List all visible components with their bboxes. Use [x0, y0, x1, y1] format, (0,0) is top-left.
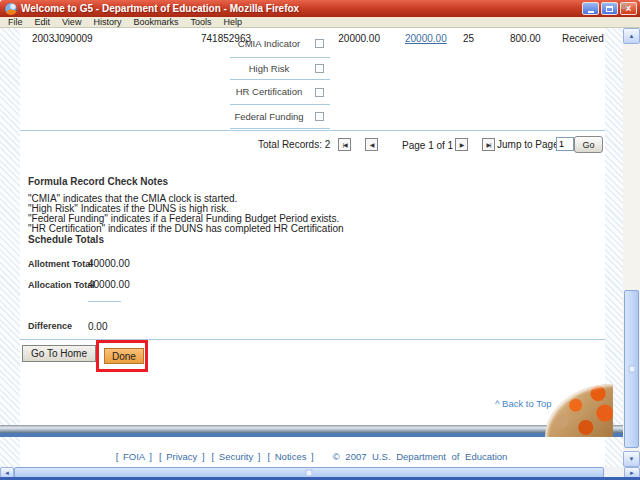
go-to-home-button[interactable]: Go To Home	[22, 345, 96, 362]
done-button[interactable]: Done	[104, 348, 144, 364]
window-controls: ×	[582, 2, 637, 15]
minimize-button[interactable]	[582, 2, 599, 15]
go-button[interactable]: Go	[574, 136, 603, 153]
allocation-total-value: 40000.00	[88, 279, 130, 290]
first-page-button[interactable]: |◀	[338, 138, 351, 151]
annotation-highlight-box: Done	[96, 340, 148, 372]
blue-divider-line	[0, 433, 623, 437]
footer: [ FOIA ] [ Privacy ] [ Security ] [ Noti…	[0, 451, 623, 462]
amount-value: 800.00	[510, 33, 541, 44]
award-number: 2003J090009	[32, 33, 93, 44]
footer-link-privacy[interactable]: [ Privacy ]	[159, 451, 205, 462]
firefox-icon	[5, 3, 17, 15]
title-bar: Welcome to G5 - Department of Education …	[0, 0, 640, 17]
footer-link-security[interactable]: [ Security ]	[212, 451, 261, 462]
cmia-indicator-checkbox[interactable]	[315, 39, 324, 48]
back-to-top-link[interactable]: ^ Back to Top	[495, 398, 552, 409]
menu-history[interactable]: History	[87, 17, 127, 27]
menu-file[interactable]: File	[2, 17, 29, 27]
allocation-total-label: Allocation Total	[28, 280, 95, 290]
menu-bookmarks[interactable]: Bookmarks	[127, 17, 184, 27]
thumb-grip	[306, 469, 313, 476]
maximize-button[interactable]	[601, 2, 618, 15]
difference-label: Difference	[28, 321, 72, 331]
indicator-row-high-risk: High Risk	[230, 58, 330, 80]
menu-help[interactable]: Help	[217, 17, 248, 27]
maximize-icon	[606, 6, 613, 12]
footer-link-foia[interactable]: [ FOIA ]	[116, 451, 152, 462]
jump-to-page-label: Jump to Page	[497, 139, 559, 150]
metal-divider-bar	[0, 425, 623, 433]
menu-bar: File Edit View History Bookmarks Tools H…	[0, 17, 640, 28]
allotment-total-value: 40000.00	[88, 258, 130, 269]
totals-heading: Schedule Totals	[28, 234, 104, 245]
status-value: Received	[562, 33, 604, 44]
indicator-column: CMIA Indicator High Risk HR Certificatio…	[230, 30, 330, 129]
allotment-value: 20000.00	[330, 33, 380, 44]
menu-view[interactable]: View	[56, 17, 87, 27]
previous-page-button[interactable]: ◀	[365, 138, 378, 151]
high-risk-checkbox[interactable]	[315, 64, 324, 73]
count-value: 25	[463, 33, 474, 44]
menu-tools[interactable]: Tools	[184, 17, 217, 27]
hr-certification-label: HR Certification	[230, 87, 308, 97]
window-title: Welcome to G5 - Department of Education …	[21, 3, 299, 14]
left-margin-decoration	[0, 28, 20, 467]
menu-edit[interactable]: Edit	[29, 17, 57, 27]
federal-funding-label: Federal Funding	[230, 112, 308, 122]
activity-gear-icon: ⚙	[620, 1, 628, 11]
scroll-down-button[interactable]: ▼	[623, 451, 640, 467]
high-risk-label: High Risk	[230, 64, 308, 74]
footer-link-notices[interactable]: [ Notices ]	[267, 451, 313, 462]
cmia-indicator-label: CMIA Indicator	[230, 39, 308, 49]
classroom-chairs-image	[545, 384, 613, 437]
notes-heading: Formula Record Check Notes	[28, 176, 168, 187]
totals-sum-line	[88, 301, 121, 302]
note-line-hr-certification: "HR Certification" indicates if the DUNS…	[28, 223, 344, 234]
hr-certification-checkbox[interactable]	[315, 88, 324, 97]
scroll-up-button[interactable]: ▲	[623, 28, 640, 44]
copyright-text: © 2007 U.S. Department of Education	[333, 451, 508, 462]
federal-funding-checkbox[interactable]	[315, 112, 324, 121]
indicator-row-cmia: CMIA Indicator	[230, 30, 330, 58]
content-separator	[20, 130, 605, 131]
allocation-link[interactable]: 20000.00	[405, 33, 447, 44]
page-status: Page 1 of 1	[402, 140, 453, 151]
vertical-scrollbar-thumb[interactable]	[624, 290, 639, 448]
browser-window: Welcome to G5 - Department of Education …	[0, 0, 640, 480]
next-page-button[interactable]: ▶	[455, 138, 468, 151]
indicator-row-federal-funding: Federal Funding	[230, 105, 330, 129]
difference-value: 0.00	[88, 321, 107, 332]
allotment-total-label: Allotment Total	[28, 259, 93, 269]
thumb-grip	[628, 366, 635, 373]
jump-to-page-input[interactable]	[556, 137, 574, 151]
minimize-icon	[588, 11, 594, 13]
vertical-scrollbar[interactable]: ▲ ▼	[623, 28, 640, 467]
indicator-row-hr-certification: HR Certification	[230, 80, 330, 105]
last-page-button[interactable]: ▶|	[482, 138, 495, 151]
total-records-label: Total Records: 2	[258, 139, 330, 150]
